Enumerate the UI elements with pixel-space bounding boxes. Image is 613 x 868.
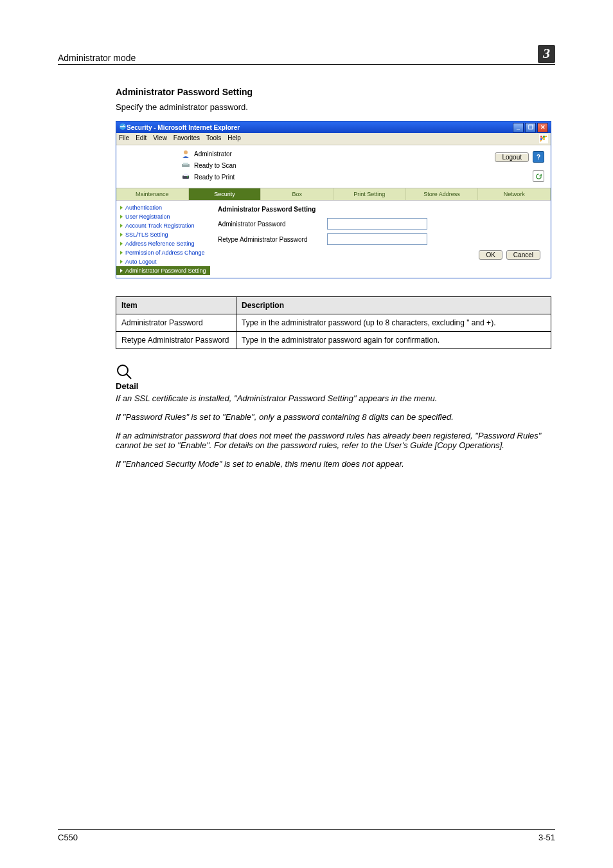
svg-rect-8 bbox=[183, 163, 188, 165]
label-admin-password: Administrator Password bbox=[218, 221, 327, 228]
svg-rect-10 bbox=[184, 174, 188, 176]
svg-rect-4 bbox=[540, 138, 542, 140]
svg-rect-3 bbox=[543, 136, 545, 138]
svg-line-13 bbox=[127, 374, 131, 379]
running-header-text: Administrator mode bbox=[58, 53, 538, 63]
menu-file[interactable]: File bbox=[119, 134, 129, 143]
logout-button[interactable]: Logout bbox=[495, 152, 529, 162]
refresh-icon[interactable] bbox=[533, 170, 544, 182]
detail-heading: Detail bbox=[116, 381, 551, 391]
detail-para: If an SSL certificate is installed, "Adm… bbox=[116, 393, 551, 403]
footer-page: 3-51 bbox=[538, 833, 555, 842]
ok-button[interactable]: OK bbox=[479, 250, 502, 260]
close-icon[interactable]: ✕ bbox=[537, 123, 548, 132]
label-retype-password: Retype Administrator Password bbox=[218, 236, 327, 243]
admin-avatar-icon bbox=[181, 149, 190, 158]
magnifier-icon bbox=[116, 363, 132, 380]
maximize-icon[interactable]: ❐ bbox=[525, 123, 536, 132]
menu-view[interactable]: View bbox=[153, 134, 167, 143]
sidebar-item-user-registration[interactable]: User Registration bbox=[116, 212, 210, 221]
detail-para: If "Password Rules" is set to "Enable", … bbox=[116, 412, 551, 422]
window-titlebar: Security - Microsoft Internet Explorer _… bbox=[116, 122, 551, 133]
sidebar-item-permission-address[interactable]: Permission of Address Change bbox=[116, 248, 210, 257]
window-title: Security - Microsoft Internet Explorer bbox=[127, 124, 511, 131]
screenshot: Security - Microsoft Internet Explorer _… bbox=[116, 121, 551, 278]
form-title: Administrator Password Setting bbox=[218, 206, 543, 213]
detail-para: If an administrator password that does n… bbox=[116, 431, 551, 450]
sidebar-item-ssl-tls[interactable]: SSL/TLS Setting bbox=[116, 230, 210, 239]
running-header: Administrator mode 3 bbox=[58, 45, 555, 65]
svg-point-6 bbox=[184, 150, 188, 154]
help-button[interactable]: ? bbox=[533, 151, 544, 163]
page-footer: C550 3-51 bbox=[58, 829, 555, 842]
menu-edit[interactable]: Edit bbox=[136, 134, 147, 143]
printer-icon bbox=[181, 172, 190, 181]
retype-password-field[interactable] bbox=[327, 233, 427, 245]
admin-label: Administrator bbox=[194, 150, 232, 158]
chapter-badge: 3 bbox=[538, 45, 555, 63]
cancel-button[interactable]: Cancel bbox=[506, 250, 540, 260]
footer-model: C550 bbox=[58, 833, 78, 842]
scanner-icon bbox=[181, 161, 190, 170]
section-title: Administrator Password Setting bbox=[116, 87, 551, 97]
tab-box[interactable]: Box bbox=[261, 188, 333, 200]
detail-note: Detail If an SSL certificate is installe… bbox=[116, 363, 551, 469]
menu-favorites[interactable]: Favorites bbox=[173, 134, 200, 143]
sidebar-item-address-reference[interactable]: Address Reference Setting bbox=[116, 239, 210, 248]
brand-logo-area bbox=[116, 149, 176, 184]
table-row: Retype Administrator Password Type in th… bbox=[116, 332, 551, 349]
menu-tools[interactable]: Tools bbox=[206, 134, 221, 143]
admin-password-field[interactable] bbox=[327, 218, 427, 230]
tab-security[interactable]: Security bbox=[189, 188, 262, 200]
tab-maintenance[interactable]: Maintenance bbox=[116, 188, 189, 200]
detail-para: If "Enhanced Security Mode" is set to en… bbox=[116, 459, 551, 469]
col-item: Item bbox=[116, 297, 236, 314]
sidebar-item-authentication[interactable]: Authentication bbox=[116, 203, 210, 212]
section-lead: Specify the administrator password. bbox=[116, 102, 551, 112]
tab-bar: Maintenance Security Box Print Setting S… bbox=[116, 188, 551, 201]
svg-rect-5 bbox=[543, 138, 545, 140]
ie-icon bbox=[119, 123, 127, 132]
menu-help[interactable]: Help bbox=[227, 134, 241, 143]
col-description: Description bbox=[236, 297, 551, 314]
sidebar-item-auto-logout[interactable]: Auto Logout bbox=[116, 257, 210, 266]
sidebar-item-admin-password[interactable]: Administrator Password Setting bbox=[116, 266, 210, 275]
table-row: Administrator Password Type in the admin… bbox=[116, 314, 551, 332]
description-table: Item Description Administrator Password … bbox=[116, 296, 551, 349]
tab-print-setting[interactable]: Print Setting bbox=[333, 188, 406, 200]
sidebar-item-account-track[interactable]: Account Track Registration bbox=[116, 221, 210, 230]
status-print: Ready to Print bbox=[194, 174, 235, 181]
ie-throbber-icon bbox=[539, 134, 548, 143]
side-menu: Authentication User Registration Account… bbox=[116, 201, 210, 278]
svg-point-11 bbox=[187, 176, 188, 177]
tab-network[interactable]: Network bbox=[478, 188, 551, 200]
minimize-icon[interactable]: _ bbox=[513, 123, 524, 132]
tab-store-address[interactable]: Store Address bbox=[406, 188, 479, 200]
status-scan: Ready to Scan bbox=[194, 162, 236, 169]
browser-menubar: File Edit View Favorites Tools Help bbox=[116, 133, 551, 145]
form-panel: Administrator Password Setting Administr… bbox=[210, 201, 551, 278]
header-strip: Administrator Ready to Scan Ready to Pri… bbox=[116, 145, 551, 188]
svg-rect-2 bbox=[540, 136, 542, 138]
svg-point-12 bbox=[118, 365, 128, 375]
